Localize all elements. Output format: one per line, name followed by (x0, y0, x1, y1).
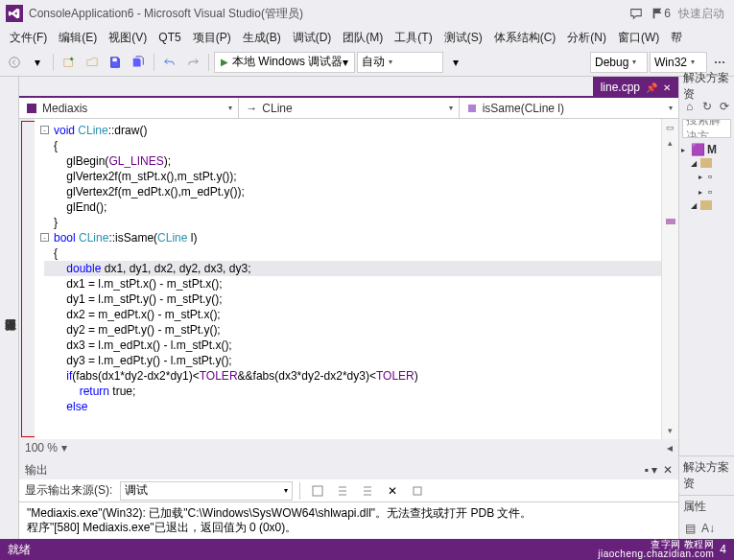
document-tabs: line.cpp 📌 ✕ (19, 77, 678, 98)
svg-rect-3 (27, 104, 36, 113)
sln-tab[interactable]: 解决方案资 (679, 455, 734, 495)
refresh-icon[interactable]: ↻ (699, 99, 714, 114)
sln-toolbar: ⌂ ↻ ⟳ (679, 96, 734, 117)
play-icon: ▶ (221, 57, 228, 67)
cat-icon[interactable]: ▤ (682, 521, 698, 536)
menu-team[interactable]: 团队(M) (337, 28, 389, 48)
tab-line-cpp[interactable]: line.cpp 📌 ✕ (593, 77, 678, 98)
center-area: line.cpp 📌 ✕ Mediaxis▾ → CLine▾ isSame(C… (19, 77, 678, 539)
solution-search[interactable]: 搜索解决方 (682, 119, 731, 138)
op-btn-2[interactable] (332, 480, 353, 502)
code-editor[interactable]: -void CLine::draw() { glBegin(GL_LINES);… (35, 119, 661, 439)
svg-point-0 (10, 57, 20, 67)
redo-button[interactable] (182, 52, 203, 73)
undo-button[interactable] (159, 52, 180, 73)
nav-fwd-button[interactable]: ▾ (27, 52, 48, 73)
menu-file[interactable]: 文件(F) (4, 28, 53, 48)
menu-edit[interactable]: 编辑(E) (53, 28, 103, 48)
start-debug-button[interactable]: ▶本地 Windows 调试器 ▾ (214, 52, 355, 73)
op-btn-1[interactable] (307, 480, 328, 502)
status-bar: 就绪 查字网 教程网 jiaocheng.chazidian.com 4 (0, 539, 734, 560)
svg-rect-2 (112, 58, 116, 61)
item-icon: ▫ (708, 185, 712, 198)
menu-bar: 文件(F) 编辑(E) 视图(V) QT5 项目(P) 生成(B) 调试(D) … (0, 27, 734, 48)
auto-dropdown[interactable]: 自动▾ (357, 52, 443, 73)
solution-explorer-title: 解决方案资 (679, 77, 734, 96)
menu-debug[interactable]: 调试(D) (287, 28, 338, 48)
code-navbar: Mediaxis▾ → CLine▾ isSame(CLine l)▾ (19, 98, 678, 119)
marker-icon (666, 219, 675, 224)
output-title: 输出 (25, 462, 48, 478)
zoom-level[interactable]: 100 % (25, 441, 58, 455)
svg-rect-4 (468, 105, 476, 112)
editor-scrollbar[interactable]: ▭ ▴ ▾ (661, 119, 678, 439)
solution-explorer: 解决方案资 ⌂ ↻ ⟳ 搜索解决方 ▸🟪M ◢ ▸▫ ▸▫ ◢ 解决方案资 属性… (678, 77, 734, 539)
pin-icon[interactable]: ▪ ▾ (644, 463, 657, 477)
home-icon[interactable]: ⌂ (682, 99, 697, 114)
project-icon (25, 102, 38, 115)
output-source-dropdown[interactable]: 调试▾ (120, 481, 293, 501)
sync-icon[interactable]: ⟳ (717, 99, 731, 114)
menu-tools[interactable]: 工具(T) (389, 28, 438, 48)
menu-build[interactable]: 生成(B) (237, 28, 287, 48)
op-btn-3[interactable] (357, 480, 378, 502)
folder-icon (700, 158, 712, 168)
class-icon: → (245, 102, 258, 115)
solution-tree[interactable]: ▸🟪M ◢ ▸▫ ▸▫ ◢ (679, 140, 734, 455)
watermark: 查字网 教程网 jiaocheng.chazidian.com (598, 540, 714, 559)
close-icon[interactable]: ✕ (663, 463, 673, 477)
output-header: 输出 ▪ ▾ ✕ (19, 460, 678, 479)
menu-arch[interactable]: 体系结构(C) (488, 28, 562, 48)
menu-help[interactable]: 帮 (665, 28, 688, 48)
scroll-down-icon[interactable]: ▾ (664, 424, 677, 437)
save-all-button[interactable] (128, 52, 149, 73)
svg-rect-6 (414, 487, 421, 495)
menu-analyze[interactable]: 分析(N) (561, 28, 612, 48)
toolbar: ▾ ▶本地 Windows 调试器 ▾ 自动▾ ▾ Debug▾ Win32▾ … (0, 48, 734, 77)
left-sidebar: 服务器资源管理器 工具箱 (0, 77, 19, 539)
quick-launch[interactable]: 快速启动 (678, 6, 724, 22)
new-project-button[interactable] (59, 52, 80, 73)
editor-footer: 100 %▾ ◂ (19, 439, 678, 456)
op-clear-button[interactable]: ✕ (382, 480, 403, 502)
op-btn-5[interactable] (407, 480, 428, 502)
menu-project[interactable]: 项目(P) (187, 28, 237, 48)
save-button[interactable] (105, 52, 126, 73)
window-title: ConsoleApplication6 - Microsoft Visual S… (29, 6, 626, 22)
output-line: "Mediaxis.exe"(Win32): 已加载"C:\Windows\Sy… (27, 506, 671, 521)
tb-icon-1[interactable]: ▾ (445, 52, 466, 73)
menu-view[interactable]: 视图(V) (103, 28, 153, 48)
method-dropdown[interactable]: isSame(CLine l)▾ (460, 98, 678, 118)
separator (208, 54, 209, 71)
output-body[interactable]: "Mediaxis.exe"(Win32): 已加载"C:\Windows\Sy… (19, 502, 678, 539)
pin-icon[interactable]: 📌 (646, 82, 657, 93)
nav-back-button[interactable] (4, 52, 25, 73)
feedback-icon[interactable] (629, 7, 643, 20)
menu-qt[interactable]: QT5 (153, 29, 186, 46)
open-button[interactable] (82, 52, 103, 73)
status-text: 就绪 (8, 542, 31, 558)
server-explorer-tab[interactable]: 服务器资源管理器 (2, 306, 18, 314)
scroll-left-icon[interactable]: ◂ (667, 441, 673, 455)
main-area: 服务器资源管理器 工具箱 line.cpp 📌 ✕ Mediaxis▾ → CL… (0, 77, 734, 539)
split-icon[interactable]: ▭ (664, 121, 677, 134)
status-right: 4 (720, 543, 726, 556)
output-line: 程序"[580] Mediaxis.exe"已退出，返回值为 0 (0x0)。 (27, 521, 671, 535)
menu-window[interactable]: 窗口(W) (612, 28, 665, 48)
folder-icon (700, 200, 712, 210)
editor-wrap: -void CLine::draw() { glBegin(GL_LINES);… (19, 119, 678, 439)
properties-title: 属性 (679, 495, 734, 518)
scroll-up-icon[interactable]: ▴ (664, 136, 677, 150)
notifications-icon[interactable]: 6 (651, 7, 671, 20)
prop-toolbar: ▤ A↓ (679, 518, 734, 539)
menu-test[interactable]: 测试(S) (438, 28, 488, 48)
item-icon: ▫ (708, 170, 712, 183)
az-icon[interactable]: A↓ (700, 521, 716, 536)
close-icon[interactable]: ✕ (663, 82, 671, 93)
scope-dropdown[interactable]: Mediaxis▾ (19, 98, 239, 118)
separator (154, 54, 154, 71)
separator (53, 54, 54, 71)
config-dropdown[interactable]: Debug▾ (590, 52, 648, 73)
solution-icon: 🟪 (691, 143, 705, 156)
class-dropdown[interactable]: → CLine▾ (239, 98, 459, 118)
